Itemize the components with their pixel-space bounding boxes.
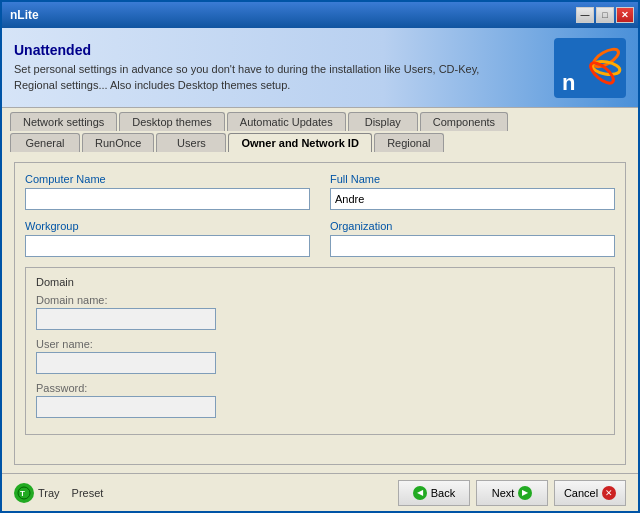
minimize-button[interactable]: —	[576, 7, 594, 23]
tab-display[interactable]: Display	[348, 112, 418, 131]
password-field: Password:	[36, 382, 604, 418]
window-title: nLite	[10, 8, 39, 22]
back-arrow-icon: ◀	[413, 486, 427, 500]
computer-name-input[interactable]	[25, 188, 310, 210]
next-arrow-icon: ▶	[518, 486, 532, 500]
cancel-button[interactable]: Cancel ✕	[554, 480, 626, 506]
svg-text:T: T	[20, 489, 25, 498]
header-logo: n	[554, 38, 626, 98]
cancel-x-icon: ✕	[602, 486, 616, 500]
tab-components[interactable]: Components	[420, 112, 508, 131]
workgroup-group: Workgroup	[25, 220, 310, 257]
tab-users[interactable]: Users	[156, 133, 226, 152]
form-panel: Computer Name Full Name Workgroup Organi…	[14, 162, 626, 465]
back-button[interactable]: ◀ Back	[398, 480, 470, 506]
password-input[interactable]	[36, 396, 216, 418]
domain-name-label: Domain name:	[36, 294, 604, 306]
header-title: Unattended	[14, 42, 554, 58]
titlebar: nLite — □ ✕	[2, 2, 638, 28]
close-button[interactable]: ✕	[616, 7, 634, 23]
bottom-left: T Tray Preset	[14, 483, 103, 503]
user-name-field: User name:	[36, 338, 604, 374]
tab-automatic-updates[interactable]: Automatic Updates	[227, 112, 346, 131]
tabs-container-row1: Network settings Desktop themes Automati…	[2, 108, 638, 133]
domain-name-field: Domain name:	[36, 294, 604, 330]
organization-input[interactable]	[330, 235, 615, 257]
full-name-group: Full Name	[330, 173, 615, 210]
header-description: Set personal settings in advance so you …	[14, 62, 494, 93]
tray-area: T Tray	[14, 483, 60, 503]
user-name-label: User name:	[36, 338, 604, 350]
user-name-input[interactable]	[36, 352, 216, 374]
domain-name-input[interactable]	[36, 308, 216, 330]
cancel-label: Cancel	[564, 487, 598, 499]
full-name-input[interactable]	[330, 188, 615, 210]
bottom-bar: T Tray Preset ◀ Back Next ▶ Cancel ✕	[2, 473, 638, 511]
tab-runonce[interactable]: RunOnce	[82, 133, 154, 152]
form-row-2: Workgroup Organization	[25, 220, 615, 257]
tab-owner-network-id[interactable]: Owner and Network ID	[228, 133, 371, 152]
next-label: Next	[492, 487, 515, 499]
preset-label[interactable]: Preset	[72, 487, 104, 499]
tray-label: Tray	[38, 487, 60, 499]
tabs-container-row2: General RunOnce Users Owner and Network …	[2, 133, 638, 154]
organization-group: Organization	[330, 220, 615, 257]
tab-row-1: Network settings Desktop themes Automati…	[10, 112, 630, 131]
header-text: Unattended Set personal settings in adva…	[14, 42, 554, 93]
tab-regional[interactable]: Regional	[374, 133, 444, 152]
bottom-right: ◀ Back Next ▶ Cancel ✕	[398, 480, 626, 506]
next-button[interactable]: Next ▶	[476, 480, 548, 506]
tab-row-2: General RunOnce Users Owner and Network …	[10, 133, 630, 152]
tray-icon[interactable]: T	[14, 483, 34, 503]
form-row-1: Computer Name Full Name	[25, 173, 615, 210]
tab-network-settings[interactable]: Network settings	[10, 112, 117, 131]
back-label: Back	[431, 487, 455, 499]
password-label: Password:	[36, 382, 604, 394]
header-area: Unattended Set personal settings in adva…	[2, 28, 638, 108]
svg-text:n: n	[562, 70, 575, 95]
domain-section: Domain Domain name: User name: Password:	[25, 267, 615, 435]
organization-label: Organization	[330, 220, 615, 232]
main-content: Computer Name Full Name Workgroup Organi…	[2, 154, 638, 473]
full-name-label: Full Name	[330, 173, 615, 185]
computer-name-label: Computer Name	[25, 173, 310, 185]
tab-general[interactable]: General	[10, 133, 80, 152]
titlebar-buttons: — □ ✕	[576, 7, 634, 23]
workgroup-label: Workgroup	[25, 220, 310, 232]
tab-desktop-themes[interactable]: Desktop themes	[119, 112, 224, 131]
maximize-button[interactable]: □	[596, 7, 614, 23]
domain-section-title: Domain	[36, 276, 604, 288]
computer-name-group: Computer Name	[25, 173, 310, 210]
main-window: nLite — □ ✕ Unattended Set personal sett…	[0, 0, 640, 513]
workgroup-input[interactable]	[25, 235, 310, 257]
